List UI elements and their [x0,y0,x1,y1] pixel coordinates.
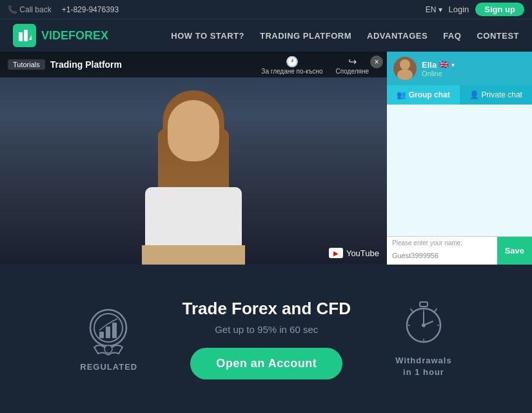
bottom-section: REGULATED Trade Forex and CFD Get up to … [0,265,532,413]
signup-button[interactable]: Sign up [475,3,524,16]
group-icon: 👥 [397,90,406,99]
agent-info: Ella 🇬🇧 ▾ Online [422,60,455,77]
chat-header: Ella 🇬🇧 ▾ Online [387,52,532,85]
tutorials-button[interactable]: Tutorials [8,59,45,70]
youtube-icon: ▶ [329,248,343,258]
group-chat-tab[interactable]: 👥 Group chat [387,85,460,105]
svg-rect-7 [99,332,104,338]
svg-rect-0 [19,32,23,41]
logo-text: VIDEFOREX [41,29,108,43]
callback-label[interactable]: 📞 Call back [8,5,52,14]
video-section: Tutorials Trading Platform 🕐 За гледане … [0,52,387,265]
chat-input-wrapper: Please enter your name: [387,237,497,265]
topbar-right: EN ▾ Login Sign up [426,3,524,16]
chat-panel: Ella 🇬🇧 ▾ Online 👥 Group chat 👤 Private … [387,52,532,265]
chat-tabs: 👥 Group chat 👤 Private chat [387,85,532,105]
agent-avatar [393,57,417,80]
chat-footer: Please enter your name: Save [387,236,532,265]
withdrawals-icon [402,299,444,351]
svg-point-4 [397,69,413,80]
svg-point-10 [104,345,112,353]
svg-rect-8 [106,327,110,338]
open-account-button[interactable]: Open an Account [190,348,342,379]
nav-links: HOW TO START? TRADING PLATFORM ADVANTAGE… [171,31,519,41]
regulated-feature: REGULATED [80,307,137,372]
phone-number: +1-829-9476393 [62,5,119,14]
regulated-icon [86,307,132,358]
svg-point-3 [400,59,410,70]
center-content: Trade Forex and CFD Get up to 95% in 60 … [163,299,369,379]
withdrawals-label: Withdrawals in 1 hour [395,355,451,378]
chat-body [387,105,532,236]
svg-point-17 [422,323,426,327]
logo[interactable]: VIDEFOREX [13,24,108,47]
chat-save-button[interactable]: Save [497,237,532,265]
sub-title: Get up to 95% in 60 sec [163,324,369,335]
share-btn[interactable]: ↪ Споделяне [336,55,369,75]
regulated-label: REGULATED [80,362,137,372]
flag-dropdown-icon[interactable]: ▾ [451,61,455,68]
svg-rect-1 [24,30,28,41]
youtube-badge: ▶ YouTube [329,248,379,258]
nav-advantages[interactable]: ADVANTAGES [367,31,428,41]
video-title: Trading Platform [50,59,122,70]
person-icon: 👤 [469,90,479,99]
video-bar-left: Tutorials Trading Platform [8,59,122,70]
nav-how-to-start[interactable]: HOW TO START? [171,31,244,41]
svg-line-14 [434,309,437,312]
nav-contest[interactable]: CONTEST [477,31,519,41]
watch-later-btn[interactable]: 🕐 За гледане по-късно [261,55,322,75]
flag-icon: 🇬🇧 [439,60,449,69]
nav-trading-platform[interactable]: TRADING PLATFORM [260,31,351,41]
svg-line-13 [411,309,413,312]
topbar: 📞 Call back +1-829-9476393 EN ▾ Login Si… [0,0,532,19]
svg-marker-2 [29,35,32,40]
withdrawals-feature: Withdrawals in 1 hour [395,299,451,378]
svg-rect-9 [112,323,117,338]
nav-faq[interactable]: FAQ [443,31,461,41]
topbar-left: 📞 Call back +1-829-9476393 [8,5,119,14]
language-selector[interactable]: EN ▾ [426,5,442,14]
navbar: VIDEFOREX HOW TO START? TRADING PLATFORM… [0,19,532,52]
private-chat-tab[interactable]: 👤 Private chat [460,85,533,105]
logo-icon [13,24,36,47]
chat-name-input[interactable] [387,247,497,265]
svg-rect-11 [420,302,428,307]
main-title: Trade Forex and CFD [163,299,369,319]
main-area: Tutorials Trading Platform 🕐 За гледане … [0,52,532,265]
chevron-down-icon: ▾ [438,5,442,14]
login-button[interactable]: Login [449,5,469,14]
video-close-button[interactable]: × [370,55,383,68]
